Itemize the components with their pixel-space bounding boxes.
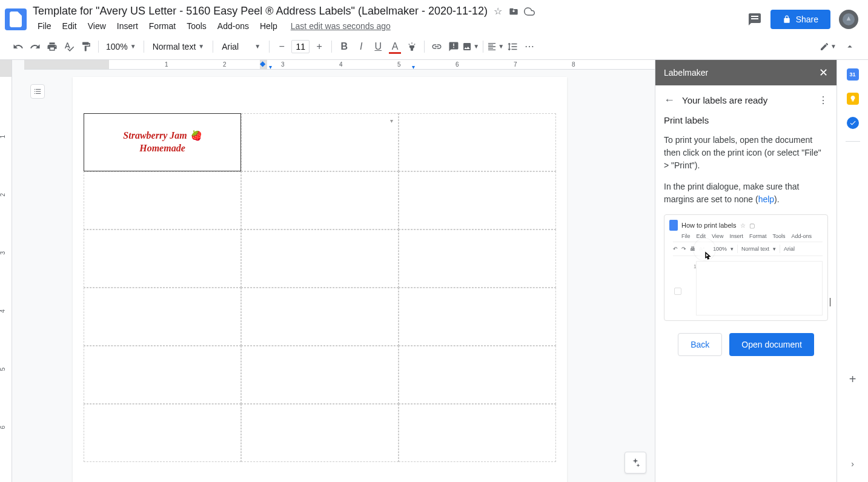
menu-view[interactable]: View — [83, 19, 111, 33]
label-cell[interactable] — [241, 229, 399, 288]
redo-button[interactable] — [27, 38, 44, 55]
last-edit-link[interactable]: Last edit was seconds ago — [291, 21, 391, 31]
label-cell[interactable]: ▾ — [241, 113, 399, 171]
label-cell[interactable] — [241, 288, 399, 346]
underline-button[interactable]: U — [369, 38, 386, 55]
label-line2: Homemade — [123, 142, 201, 155]
add-addon-icon[interactable]: + — [847, 373, 859, 385]
text-color-button[interactable]: A — [386, 38, 403, 55]
tasks-icon[interactable] — [847, 117, 859, 129]
print-button[interactable] — [44, 38, 61, 55]
close-icon[interactable]: ✕ — [819, 66, 828, 79]
menu-bar: File Edit View Insert Format Tools Add-o… — [33, 19, 747, 33]
comment-button[interactable] — [445, 38, 462, 55]
label-cell[interactable] — [84, 288, 241, 346]
align-button[interactable]: ▼ — [487, 38, 504, 55]
panel-section-title: Print labels — [664, 115, 828, 125]
label-cell[interactable] — [84, 404, 241, 462]
horizontal-ruler: 1 2 ◆ ▾ 3 4 5 ▾ 6 7 8 — [24, 60, 655, 70]
panel-header: Labelmaker ✕ — [655, 60, 837, 85]
open-document-button[interactable]: Open document — [729, 333, 814, 356]
line-spacing-button[interactable] — [504, 38, 521, 55]
help-link[interactable]: help — [758, 194, 774, 204]
label-cell[interactable] — [399, 288, 556, 346]
mini-move-icon: ▢ — [749, 222, 755, 229]
italic-button[interactable]: I — [353, 38, 369, 55]
label-cell[interactable] — [84, 229, 241, 288]
panel-subtitle: Your labels are ready — [682, 95, 811, 105]
lock-icon — [783, 15, 791, 24]
star-icon[interactable]: ☆ — [492, 6, 503, 17]
label-cell[interactable] — [241, 346, 399, 404]
label-cell[interactable]: Strawberry Jam 🍓 Homemade — [84, 113, 241, 171]
label-cell[interactable] — [241, 404, 399, 462]
app-header: Template for "Avery US Letter - 5160 Eas… — [0, 0, 868, 33]
panel-menu-icon[interactable]: ⋮ — [818, 94, 828, 106]
label-cell[interactable] — [399, 113, 556, 171]
menu-addons[interactable]: Add-ons — [213, 19, 254, 33]
labelmaker-panel: Labelmaker ✕ ← Your labels are ready ⋮ P… — [655, 60, 837, 482]
label-cell[interactable] — [399, 346, 556, 404]
font-size-increase[interactable]: + — [311, 38, 328, 55]
label-cell[interactable] — [399, 171, 556, 229]
calendar-icon[interactable]: 31 — [847, 68, 859, 81]
menu-help[interactable]: Help — [255, 19, 282, 33]
label-cell[interactable] — [84, 171, 241, 229]
font-select[interactable]: Arial▼ — [217, 39, 265, 54]
document-container: 1 2 3 4 5 6 1 2 ◆ ▾ 3 4 5 ▾ — [0, 60, 655, 482]
zoom-select[interactable]: 100%▼ — [102, 39, 140, 54]
cell-dropdown-icon[interactable]: ▾ — [390, 117, 393, 124]
mini-doc-title: How to print labels — [681, 222, 737, 229]
panel-title: Labelmaker — [664, 68, 708, 78]
collapse-sidebar-icon[interactable]: › — [847, 458, 859, 470]
image-button[interactable]: ▼ — [462, 38, 479, 55]
keep-icon[interactable] — [847, 93, 859, 105]
label-line1: Strawberry Jam 🍓 — [123, 130, 201, 142]
move-icon[interactable] — [508, 6, 519, 17]
comments-icon[interactable] — [747, 12, 762, 27]
label-cell[interactable] — [399, 404, 556, 462]
cloud-icon[interactable] — [524, 6, 535, 17]
document-title[interactable]: Template for "Avery US Letter - 5160 Eas… — [33, 5, 488, 18]
hide-menus-button[interactable] — [841, 38, 858, 55]
menu-insert[interactable]: Insert — [112, 19, 143, 33]
share-button[interactable]: Share — [770, 10, 830, 29]
undo-button[interactable] — [10, 38, 27, 55]
label-cell[interactable] — [84, 346, 241, 404]
font-size-input[interactable] — [291, 40, 310, 53]
toolbar: 100%▼ Normal text▼ Arial▼ − + B I U A ▼ … — [0, 33, 868, 60]
spellcheck-button[interactable] — [61, 38, 78, 55]
user-avatar[interactable] — [839, 10, 858, 29]
edit-mode-button[interactable]: ▼ — [820, 38, 837, 55]
more-button[interactable]: ⋯ — [521, 38, 538, 55]
outline-toggle-button[interactable] — [30, 84, 45, 99]
style-select[interactable]: Normal text▼ — [148, 39, 209, 54]
document-page[interactable]: Strawberry Jam 🍓 Homemade ▾ — [73, 77, 567, 482]
menu-tools[interactable]: Tools — [182, 19, 211, 33]
right-sidebar: 31 + › — [837, 60, 868, 482]
label-cell[interactable] — [241, 171, 399, 229]
vertical-ruler: 1 2 3 4 5 6 — [0, 60, 12, 482]
paint-format-button[interactable] — [78, 38, 94, 55]
highlight-button[interactable] — [403, 38, 420, 55]
print-help-image: How to print labels ☆ ▢ File Edit View I… — [664, 214, 828, 321]
label-cell[interactable] — [399, 229, 556, 288]
docs-logo[interactable] — [5, 8, 27, 30]
link-button[interactable] — [428, 38, 445, 55]
menu-file[interactable]: File — [33, 19, 56, 33]
back-button[interactable]: Back — [678, 333, 722, 356]
back-arrow-icon[interactable]: ← — [664, 94, 675, 107]
mini-docs-logo — [669, 220, 678, 231]
panel-para1: To print your labels, open the document … — [664, 134, 828, 172]
mini-star-icon: ☆ — [740, 222, 746, 229]
bold-button[interactable]: B — [336, 38, 353, 55]
label-grid: Strawberry Jam 🍓 Homemade ▾ — [84, 113, 556, 462]
menu-format[interactable]: Format — [144, 19, 181, 33]
menu-edit[interactable]: Edit — [58, 19, 82, 33]
font-size-decrease[interactable]: − — [273, 38, 290, 55]
panel-para2: In the print dialogue, make sure that ma… — [664, 180, 828, 206]
explore-button[interactable] — [624, 452, 646, 474]
share-label: Share — [796, 15, 818, 24]
docs-file-icon — [10, 12, 22, 27]
